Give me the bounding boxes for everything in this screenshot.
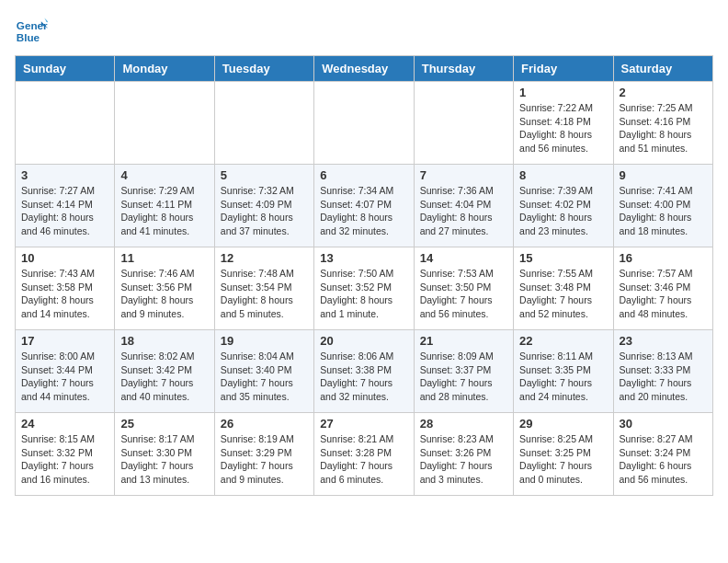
weekday-header-saturday: Saturday — [613, 56, 712, 82]
day-info: Sunrise: 7:22 AM Sunset: 4:18 PM Dayligh… — [519, 101, 607, 155]
day-cell: 27Sunrise: 8:21 AM Sunset: 3:28 PM Dayli… — [314, 413, 414, 496]
day-info: Sunrise: 7:36 AM Sunset: 4:04 PM Dayligh… — [420, 184, 507, 238]
svg-text:Blue: Blue — [17, 31, 40, 43]
day-cell: 5Sunrise: 7:32 AM Sunset: 4:09 PM Daylig… — [214, 165, 313, 247]
day-cell: 4Sunrise: 7:29 AM Sunset: 4:11 PM Daylig… — [115, 165, 214, 247]
day-number: 14 — [420, 251, 507, 265]
day-cell: 12Sunrise: 7:48 AM Sunset: 3:54 PM Dayli… — [214, 247, 313, 330]
weekday-header-thursday: Thursday — [414, 56, 513, 82]
day-info: Sunrise: 8:17 AM Sunset: 3:30 PM Dayligh… — [120, 432, 208, 487]
day-info: Sunrise: 8:21 AM Sunset: 3:28 PM Dayligh… — [320, 432, 407, 487]
day-cell: 26Sunrise: 8:19 AM Sunset: 3:29 PM Dayli… — [214, 413, 313, 496]
day-number: 17 — [21, 334, 108, 348]
weekday-header-monday: Monday — [115, 56, 214, 82]
day-info: Sunrise: 7:34 AM Sunset: 4:07 PM Dayligh… — [320, 184, 407, 238]
day-cell — [314, 82, 414, 165]
day-info: Sunrise: 8:09 AM Sunset: 3:37 PM Dayligh… — [420, 350, 507, 404]
day-number: 10 — [21, 251, 108, 265]
day-info: Sunrise: 8:19 AM Sunset: 3:29 PM Dayligh… — [221, 432, 308, 487]
day-cell: 16Sunrise: 7:57 AM Sunset: 3:46 PM Dayli… — [613, 247, 712, 330]
day-info: Sunrise: 7:57 AM Sunset: 3:46 PM Dayligh… — [620, 267, 707, 321]
day-number: 3 — [21, 168, 108, 182]
day-cell: 15Sunrise: 7:55 AM Sunset: 3:48 PM Dayli… — [514, 247, 613, 330]
day-cell — [414, 82, 513, 165]
day-cell: 14Sunrise: 7:53 AM Sunset: 3:50 PM Dayli… — [414, 247, 513, 330]
day-cell: 1Sunrise: 7:22 AM Sunset: 4:18 PM Daylig… — [514, 82, 613, 165]
day-cell: 11Sunrise: 7:46 AM Sunset: 3:56 PM Dayli… — [115, 247, 214, 330]
day-cell: 17Sunrise: 8:00 AM Sunset: 3:44 PM Dayli… — [16, 330, 115, 413]
day-cell: 22Sunrise: 8:11 AM Sunset: 3:35 PM Dayli… — [514, 330, 613, 413]
day-cell: 20Sunrise: 8:06 AM Sunset: 3:38 PM Dayli… — [314, 330, 414, 413]
day-cell — [115, 82, 214, 165]
day-cell — [214, 82, 313, 165]
day-number: 6 — [320, 168, 407, 182]
day-info: Sunrise: 8:15 AM Sunset: 3:32 PM Dayligh… — [21, 432, 108, 487]
day-info: Sunrise: 7:46 AM Sunset: 3:56 PM Dayligh… — [120, 267, 208, 321]
day-cell: 28Sunrise: 8:23 AM Sunset: 3:26 PM Dayli… — [414, 413, 513, 496]
day-cell: 18Sunrise: 8:02 AM Sunset: 3:42 PM Dayli… — [115, 330, 214, 413]
day-info: Sunrise: 7:55 AM Sunset: 3:48 PM Dayligh… — [519, 267, 607, 321]
day-number: 29 — [519, 417, 607, 431]
day-number: 13 — [320, 251, 407, 265]
day-cell — [16, 82, 115, 165]
day-info: Sunrise: 7:43 AM Sunset: 3:58 PM Dayligh… — [21, 267, 108, 321]
day-cell: 23Sunrise: 8:13 AM Sunset: 3:33 PM Dayli… — [613, 330, 712, 413]
day-number: 2 — [620, 86, 707, 99]
day-number: 27 — [320, 417, 407, 431]
day-info: Sunrise: 8:27 AM Sunset: 3:24 PM Dayligh… — [620, 432, 707, 487]
day-cell: 9Sunrise: 7:41 AM Sunset: 4:00 PM Daylig… — [613, 165, 712, 247]
day-info: Sunrise: 8:00 AM Sunset: 3:44 PM Dayligh… — [21, 350, 108, 404]
day-info: Sunrise: 7:48 AM Sunset: 3:54 PM Dayligh… — [221, 267, 308, 321]
page-header: General Blue — [15, 15, 713, 48]
day-number: 5 — [221, 168, 308, 182]
day-number: 26 — [221, 417, 308, 431]
day-number: 7 — [420, 168, 507, 182]
day-cell: 25Sunrise: 8:17 AM Sunset: 3:30 PM Dayli… — [115, 413, 214, 496]
weekday-header-tuesday: Tuesday — [214, 56, 313, 82]
week-row-4: 17Sunrise: 8:00 AM Sunset: 3:44 PM Dayli… — [16, 330, 713, 413]
week-row-5: 24Sunrise: 8:15 AM Sunset: 3:32 PM Dayli… — [16, 413, 713, 496]
calendar-table: SundayMondayTuesdayWednesdayThursdayFrid… — [15, 55, 713, 496]
day-info: Sunrise: 8:04 AM Sunset: 3:40 PM Dayligh… — [221, 350, 308, 404]
weekday-header-row: SundayMondayTuesdayWednesdayThursdayFrid… — [16, 56, 713, 82]
day-info: Sunrise: 7:50 AM Sunset: 3:52 PM Dayligh… — [320, 267, 407, 321]
day-cell: 30Sunrise: 8:27 AM Sunset: 3:24 PM Dayli… — [613, 413, 712, 496]
day-number: 4 — [120, 168, 208, 182]
day-number: 19 — [221, 334, 308, 348]
day-info: Sunrise: 8:23 AM Sunset: 3:26 PM Dayligh… — [420, 432, 507, 487]
day-info: Sunrise: 7:27 AM Sunset: 4:14 PM Dayligh… — [21, 184, 108, 238]
day-cell: 21Sunrise: 8:09 AM Sunset: 3:37 PM Dayli… — [414, 330, 513, 413]
weekday-header-friday: Friday — [514, 56, 613, 82]
day-cell: 29Sunrise: 8:25 AM Sunset: 3:25 PM Dayli… — [514, 413, 613, 496]
day-number: 25 — [120, 417, 208, 431]
day-number: 20 — [320, 334, 407, 348]
day-number: 15 — [519, 251, 607, 265]
day-cell: 10Sunrise: 7:43 AM Sunset: 3:58 PM Dayli… — [16, 247, 115, 330]
day-number: 23 — [620, 334, 707, 348]
day-cell: 8Sunrise: 7:39 AM Sunset: 4:02 PM Daylig… — [514, 165, 613, 247]
day-cell: 24Sunrise: 8:15 AM Sunset: 3:32 PM Dayli… — [16, 413, 115, 496]
day-info: Sunrise: 8:06 AM Sunset: 3:38 PM Dayligh… — [320, 350, 407, 404]
day-cell: 19Sunrise: 8:04 AM Sunset: 3:40 PM Dayli… — [214, 330, 313, 413]
day-info: Sunrise: 7:53 AM Sunset: 3:50 PM Dayligh… — [420, 267, 507, 321]
day-info: Sunrise: 7:29 AM Sunset: 4:11 PM Dayligh… — [120, 184, 208, 238]
day-info: Sunrise: 7:32 AM Sunset: 4:09 PM Dayligh… — [221, 184, 308, 238]
day-number: 16 — [620, 251, 707, 265]
day-cell: 7Sunrise: 7:36 AM Sunset: 4:04 PM Daylig… — [414, 165, 513, 247]
day-number: 30 — [620, 417, 707, 431]
week-row-1: 1Sunrise: 7:22 AM Sunset: 4:18 PM Daylig… — [16, 82, 713, 165]
day-info: Sunrise: 8:13 AM Sunset: 3:33 PM Dayligh… — [620, 350, 707, 404]
weekday-header-sunday: Sunday — [16, 56, 115, 82]
day-number: 11 — [120, 251, 208, 265]
logo-icon: General Blue — [15, 15, 48, 48]
day-info: Sunrise: 8:02 AM Sunset: 3:42 PM Dayligh… — [120, 350, 208, 404]
day-number: 24 — [21, 417, 108, 431]
day-info: Sunrise: 8:25 AM Sunset: 3:25 PM Dayligh… — [519, 432, 607, 487]
week-row-3: 10Sunrise: 7:43 AM Sunset: 3:58 PM Dayli… — [16, 247, 713, 330]
day-info: Sunrise: 8:11 AM Sunset: 3:35 PM Dayligh… — [519, 350, 607, 404]
day-number: 9 — [620, 168, 707, 182]
day-number: 12 — [221, 251, 308, 265]
day-cell: 3Sunrise: 7:27 AM Sunset: 4:14 PM Daylig… — [16, 165, 115, 247]
day-info: Sunrise: 7:41 AM Sunset: 4:00 PM Dayligh… — [620, 184, 707, 238]
day-info: Sunrise: 7:25 AM Sunset: 4:16 PM Dayligh… — [620, 101, 707, 155]
